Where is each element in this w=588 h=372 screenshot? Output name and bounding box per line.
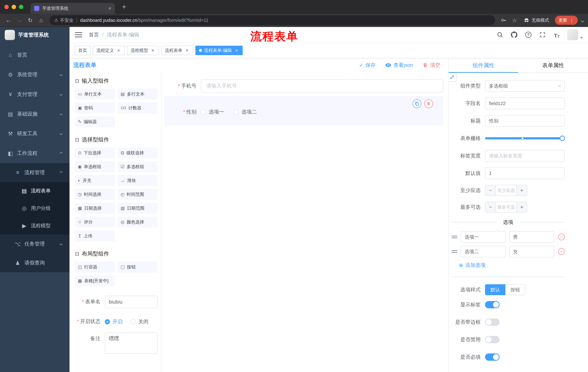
home-button[interactable]: ⌂ xyxy=(36,15,46,25)
close-icon[interactable]: × xyxy=(116,48,121,53)
slider-handle[interactable] xyxy=(560,136,565,141)
form-remark-textarea[interactable]: 嘿嘿 xyxy=(105,332,158,354)
border-toggle[interactable] xyxy=(485,319,500,326)
palette-item-color-picker[interactable]: ◎颜色选择 xyxy=(118,217,158,227)
tag-process-form[interactable]: 流程表单 × xyxy=(161,46,193,55)
sidebar-item-process-management[interactable]: ≡ 流程管理 xyxy=(0,163,70,182)
add-option-button[interactable]: ⊕ 添加选项 xyxy=(459,262,565,269)
palette-item-upload[interactable]: ↥上传 xyxy=(75,230,115,241)
sidebar-item-user-group[interactable]: ◎ 用户分组 xyxy=(0,200,70,217)
help-icon[interactable]: ? xyxy=(525,31,532,38)
canvas-field-gender-selected[interactable]: *性别 选项一 选项二 xyxy=(165,96,443,125)
search-icon[interactable] xyxy=(496,31,504,38)
back-button[interactable]: ← xyxy=(4,15,13,25)
form-name-input[interactable] xyxy=(105,296,158,308)
palette-item-switch[interactable]: ◐开关 xyxy=(75,175,115,186)
palette-item-date-picker[interactable]: ▦日期选择 xyxy=(75,203,115,214)
style-button-button[interactable]: 按钮 xyxy=(505,284,525,295)
minimize-window-button[interactable] xyxy=(12,5,16,9)
browser-menu-dots-icon[interactable]: ⋮ xyxy=(569,18,574,23)
palette-item-button[interactable]: ▢按钮 xyxy=(118,262,158,272)
palette-item-time-picker[interactable]: ◷时间选择 xyxy=(75,189,115,200)
sidebar-item-payment[interactable]: ¥ 支付管理 xyxy=(0,85,70,104)
tag-home[interactable]: 首页 xyxy=(74,46,91,55)
palette-item-editor[interactable]: ✎编辑器 xyxy=(75,116,115,127)
new-tab-button[interactable]: + xyxy=(119,2,129,12)
palette-item-password[interactable]: ▣密码 xyxy=(75,102,115,113)
update-browser-button[interactable]: 更新 ⋮ xyxy=(555,16,578,25)
default-value-input[interactable] xyxy=(485,167,565,179)
save-button[interactable]: ✓ 保存 xyxy=(359,62,376,69)
sidebar-item-process-model[interactable]: ▶ 流程模型 xyxy=(0,217,70,234)
address-bar[interactable]: ⚠ 不安全 dashboard.yudao.iocoder.cn /bpm/ma… xyxy=(50,15,495,25)
password-key-icon[interactable] xyxy=(499,15,508,25)
status-off-radio[interactable]: 关闭 xyxy=(131,318,148,325)
drag-handle-icon[interactable] xyxy=(452,236,457,238)
show-label-toggle[interactable] xyxy=(485,301,500,308)
label-width-input[interactable] xyxy=(485,150,565,162)
increase-button[interactable]: + xyxy=(517,202,527,212)
option-label-input[interactable] xyxy=(461,246,506,257)
palette-item-row-container[interactable]: ◫行容器 xyxy=(75,262,115,272)
disabled-toggle[interactable] xyxy=(485,336,500,343)
breadcrumb-home[interactable]: 首页 xyxy=(89,31,99,38)
github-icon[interactable] xyxy=(511,31,518,38)
gender-option1-checkbox[interactable]: 选项一 xyxy=(201,108,224,115)
zoom-window-button[interactable] xyxy=(19,5,23,9)
reload-button[interactable]: ↻ xyxy=(25,15,35,25)
sidebar-item-system[interactable]: ⚙ 系统管理 xyxy=(0,65,70,85)
link-handle[interactable] xyxy=(448,73,456,82)
form-canvas[interactable]: *手机号 xyxy=(162,72,448,372)
canvas-field-phone[interactable]: *手机号 xyxy=(165,79,443,93)
decrease-button[interactable]: − xyxy=(485,202,496,212)
forward-button[interactable]: → xyxy=(15,15,24,25)
palette-item-select[interactable]: ⊙下拉选择 xyxy=(75,148,115,158)
remove-option-button[interactable]: − xyxy=(558,234,565,240)
increase-button[interactable]: + xyxy=(517,185,527,195)
option-label-input[interactable] xyxy=(461,231,506,243)
palette-item-rate[interactable]: ☆评分 xyxy=(75,217,115,227)
tab-form-props[interactable]: 表单属性 xyxy=(518,58,588,73)
required-toggle[interactable] xyxy=(485,353,500,361)
palette-item-time-range[interactable]: ◴时间范围 xyxy=(118,189,158,200)
palette-item-checkbox-group[interactable]: ☑多选框组 xyxy=(118,161,158,172)
palette-item-counter[interactable]: 123计数器 xyxy=(118,102,158,113)
palette-item-table[interactable]: ▦表格[开发中] xyxy=(75,275,115,286)
grid-slider[interactable] xyxy=(485,132,565,144)
option-value-input[interactable] xyxy=(509,246,554,257)
sidebar-item-process-form[interactable]: ▤ 流程表单 xyxy=(0,182,70,200)
palette-item-slider[interactable]: ↔滑块 xyxy=(118,175,158,186)
delete-field-button[interactable] xyxy=(424,99,433,108)
sidebar-item-infrastructure[interactable]: ▤ 基础设施 xyxy=(0,104,70,124)
close-icon[interactable]: × xyxy=(184,48,189,53)
browser-tab[interactable]: 芋道管理系统 × xyxy=(31,3,115,14)
user-avatar[interactable] xyxy=(567,29,583,40)
bookmark-star-icon[interactable]: ☆ xyxy=(510,15,519,25)
title-input[interactable] xyxy=(485,115,565,127)
tag-process-definition[interactable]: 流程定义 × xyxy=(93,46,125,55)
sidebar-item-leave-query[interactable]: ♟ 请假查询 xyxy=(0,253,70,272)
field-name-input[interactable] xyxy=(485,97,565,109)
status-on-radio[interactable]: 开启 xyxy=(105,318,123,325)
palette-item-radio-group[interactable]: ◉单选框组 xyxy=(75,161,115,172)
close-window-button[interactable] xyxy=(4,5,9,9)
style-default-button[interactable]: 默认 xyxy=(485,284,505,295)
palette-item-multi-text[interactable]: ▤多行文本 xyxy=(118,89,158,100)
copy-field-button[interactable] xyxy=(413,99,421,108)
gender-option2-checkbox[interactable]: 选项二 xyxy=(234,108,257,115)
decrease-button[interactable]: − xyxy=(485,185,496,195)
sidebar-item-workflow[interactable]: ◧ 工作流程 xyxy=(0,143,70,163)
remove-option-button[interactable]: − xyxy=(558,248,565,255)
component-type-select[interactable]: 多选框组 xyxy=(485,80,565,92)
sidebar-item-home[interactable]: ⌂ 首页 xyxy=(0,45,70,65)
palette-item-date-range[interactable]: ▧日期范围 xyxy=(118,203,158,214)
palette-item-single-text[interactable]: ▭单行文本 xyxy=(75,89,115,100)
sidebar-item-task-management[interactable]: ⌥ 任务管理 xyxy=(0,234,70,253)
tab-close-icon[interactable]: × xyxy=(108,6,111,11)
chevron-down-icon[interactable] xyxy=(581,20,584,22)
view-json-button[interactable]: 查看json xyxy=(385,62,413,69)
option-value-input[interactable] xyxy=(509,231,554,243)
min-select-value[interactable]: 至少应选 xyxy=(496,185,517,195)
sidebar-item-devtools[interactable]: ⚒ 研发工具 xyxy=(0,124,70,143)
max-select-value[interactable]: 最多可选 xyxy=(496,202,517,212)
